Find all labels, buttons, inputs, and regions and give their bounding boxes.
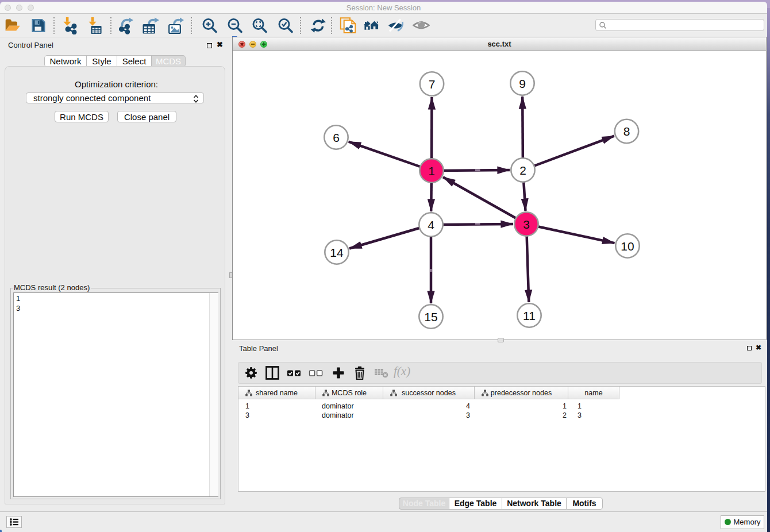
svg-text:6: 6: [333, 131, 340, 144]
svg-text:7: 7: [429, 78, 436, 91]
svg-text:4: 4: [428, 218, 434, 232]
svg-text:9: 9: [519, 77, 526, 90]
svg-text:10: 10: [621, 240, 634, 253]
svg-text:15: 15: [424, 310, 437, 323]
svg-text:11: 11: [523, 309, 536, 322]
svg-text:14: 14: [330, 246, 344, 259]
svg-text:8: 8: [623, 125, 630, 138]
svg-text:2: 2: [519, 164, 526, 177]
svg-text:1: 1: [428, 164, 435, 178]
svg-text:3: 3: [523, 218, 530, 231]
